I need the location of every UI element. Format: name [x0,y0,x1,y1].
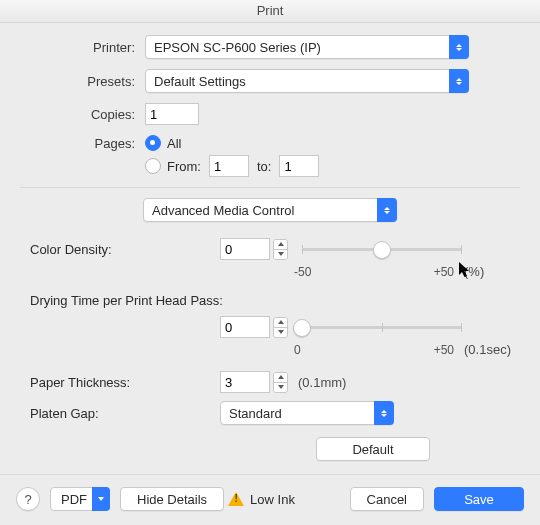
platen-gap-select[interactable]: Standard [220,401,394,425]
pages-from-label: From: [167,159,201,174]
status-text: Low Ink [250,492,295,507]
copies-label: Copies: [20,107,145,122]
drying-time-stepper[interactable] [273,317,288,338]
platen-gap-label: Platen Gap: [30,406,220,421]
pdf-label: PDF [61,492,87,507]
printer-selected-value: EPSON SC-P600 Series (IP) [154,40,321,55]
updown-icon [449,35,469,59]
paper-thickness-unit: (0.1mm) [298,375,346,390]
pages-label: Pages: [20,136,145,151]
drying-time-scale-max: +50 [434,343,454,357]
color-density-scale-max: +50 [434,265,454,279]
pages-to-input[interactable] [279,155,319,177]
warning-icon [228,492,244,506]
drying-time-scale-min: 0 [294,343,301,357]
printer-select[interactable]: EPSON SC-P600 Series (IP) [145,35,469,59]
save-button[interactable]: Save [434,487,524,511]
printer-label: Printer: [20,40,145,55]
paper-thickness-input[interactable] [220,371,270,393]
divider [20,187,520,188]
presets-selected-value: Default Settings [154,74,246,89]
help-icon: ? [24,492,31,507]
panel-selected-value: Advanced Media Control [152,203,294,218]
drying-time-label: Drying Time per Print Head Pass: [30,293,223,308]
color-density-input[interactable] [220,238,270,260]
panel-select[interactable]: Advanced Media Control [143,198,397,222]
color-density-stepper[interactable] [273,239,288,260]
window-title: Print [0,0,540,23]
color-density-label: Color Density: [30,242,220,257]
chevron-down-icon [92,487,110,511]
presets-select[interactable]: Default Settings [145,69,469,93]
drying-time-input[interactable] [220,316,270,338]
updown-icon [377,198,397,222]
cancel-button[interactable]: Cancel [350,487,424,511]
hide-details-button[interactable]: Hide Details [120,487,224,511]
default-button[interactable]: Default [316,437,430,461]
pages-range-radio[interactable] [145,158,161,174]
drying-time-unit: (0.1sec) [464,342,511,357]
paper-thickness-label: Paper Thickness: [30,375,220,390]
pages-to-label: to: [257,159,271,174]
platen-gap-selected-value: Standard [229,406,282,421]
color-density-slider[interactable] [302,240,462,258]
drying-time-slider[interactable] [302,318,462,336]
updown-icon [374,401,394,425]
copies-input[interactable] [145,103,199,125]
paper-thickness-stepper[interactable] [273,372,288,393]
color-density-scale-min: -50 [294,265,311,279]
pages-from-input[interactable] [209,155,249,177]
pdf-menu-button[interactable]: PDF [50,487,110,511]
pages-all-radio[interactable] [145,135,161,151]
mouse-cursor [459,262,471,280]
pages-all-label: All [167,136,181,151]
presets-label: Presets: [20,74,145,89]
help-button[interactable]: ? [16,487,40,511]
updown-icon [449,69,469,93]
